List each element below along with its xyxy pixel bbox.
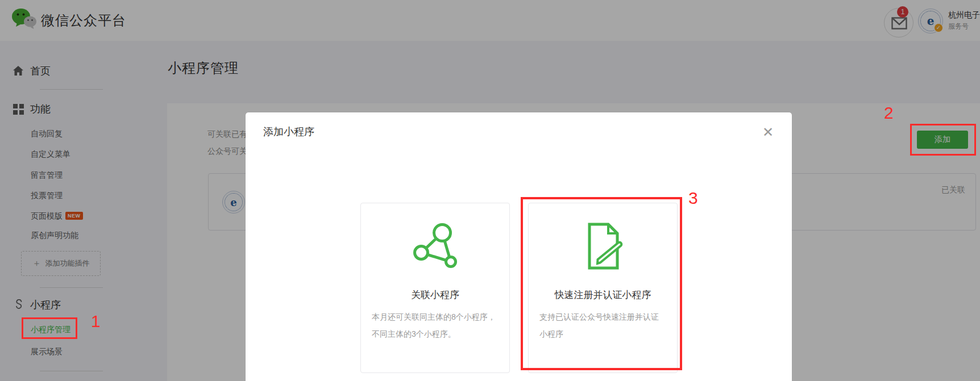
card-title: 快速注册并认证小程序: [529, 288, 677, 302]
link-network-icon: [410, 220, 460, 270]
card-description: 本月还可关联同主体的8个小程序， 不同主体的3个小程序。: [372, 308, 499, 342]
quick-register-card[interactable]: 快速注册并认证小程序 支持已认证公众号快速注册并认证 小程序: [528, 203, 678, 373]
card-desc-line2: 小程序: [539, 325, 666, 342]
modal-title: 添加小程序: [263, 125, 314, 139]
add-miniprogram-modal: 添加小程序 ✕ 关联小程序 本月还可关联同主体的8个小程序，: [246, 112, 792, 381]
card-desc-line1: 支持已认证公众号快速注册并认证: [539, 308, 666, 325]
card-description: 支持已认证公众号快速注册并认证 小程序: [539, 308, 666, 342]
card-desc-line2: 不同主体的3个小程序。: [372, 325, 499, 342]
card-title: 关联小程序: [361, 288, 509, 302]
card-desc-line1: 本月还可关联同主体的8个小程序，: [372, 308, 499, 325]
wechat-mp-admin-page: 微信公众平台 1 e ✓ 杭州电子商 服务号 首页 功能: [0, 0, 980, 381]
close-icon[interactable]: ✕: [759, 124, 777, 142]
link-miniprogram-card[interactable]: 关联小程序 本月还可关联同主体的8个小程序， 不同主体的3个小程序。: [360, 203, 510, 373]
register-document-icon: [578, 220, 628, 270]
